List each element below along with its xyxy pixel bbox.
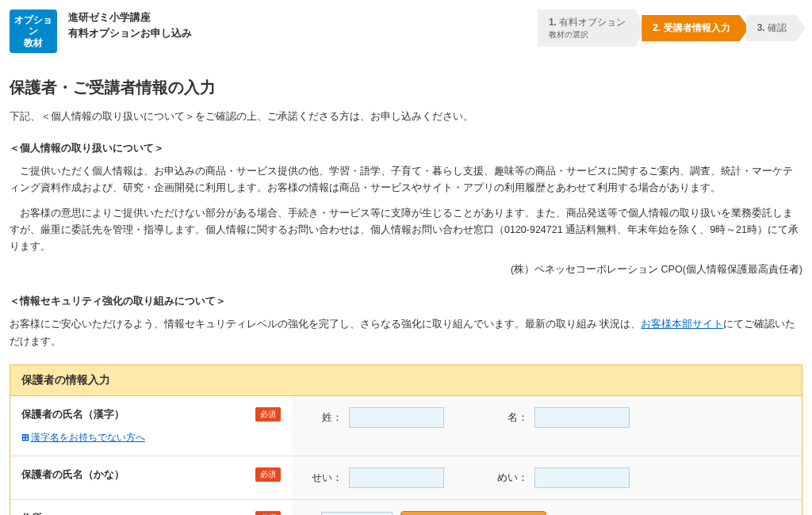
row-name-kana: 保護者の氏名（かな） 必須 せい： めい： (10, 456, 802, 500)
security-body: お客様にご安心いただけるよう、情報セキュリティレベルの強化を完了し、さらなる強化… (10, 316, 802, 350)
guardian-form: 保護者の情報入力 保護者の氏名（漢字） 必須 ⊞漢字名をお持ちでない方へ 姓： … (10, 364, 802, 515)
input-sei-kanji[interactable] (349, 407, 444, 428)
required-badge: 必須 (255, 511, 281, 515)
no-kanji-link[interactable]: ⊞漢字名をお持ちでない方へ (21, 431, 281, 444)
postal-lookup-button[interactable]: 郵便番号から住所を設定 (400, 511, 546, 515)
header-title: 進研ゼミ小学講座 有料オプションお申し込み (68, 10, 538, 40)
security-heading: ＜情報セキュリティ強化の取り組みについて＞ (10, 294, 802, 308)
step-2: 2. 受講者情報入力 (642, 15, 749, 41)
progress-steps: 1. 有料オプション 教材の選択 2. 受講者情報入力 3. 確認 (538, 10, 802, 47)
input-postal[interactable] (321, 512, 393, 515)
header: オプション 教材 進研ゼミ小学講座 有料オプションお申し込み 1. 有料オプショ… (10, 0, 802, 63)
required-badge: 必須 (255, 407, 281, 422)
label-name-kanji: 保護者の氏名（漢字） (21, 408, 124, 420)
logo-badge: オプション 教材 (10, 10, 57, 53)
privacy-body-2: お客様の意思によりご提供いただけない部分がある場合、手続き・サービス等に支障が生… (10, 205, 802, 256)
label-sei: 姓： (303, 410, 343, 425)
label-sei-kana: せい： (303, 471, 343, 485)
row-address: 住所 必須 ⊞都道府県から検索 ※「市町村合併」で住所表記変更予定のある方へ 旧… (10, 500, 802, 515)
label-mei-kana: めい： (488, 471, 528, 485)
label-name-kana: 保護者の氏名（かな） (21, 468, 124, 480)
input-sei-kana[interactable] (349, 467, 444, 488)
logo-line1: オプション (14, 14, 52, 36)
privacy-heading: ＜個人情報の取り扱いについて＞ (10, 141, 802, 155)
privacy-body-1: ご提供いただく個人情報は、お申込みの商品・サービス提供の他、学習・語学、子育て・… (10, 163, 802, 197)
page-title: 保護者・ご受講者情報の入力 (10, 77, 802, 98)
label-mei: 名： (488, 410, 528, 425)
input-mei-kana[interactable] (534, 467, 630, 488)
form-section-title: 保護者の情報入力 (10, 365, 802, 396)
intro-text: 下記、＜個人情報の取り扱いについて＞をご確認の上、ご承諾くださる方は、お申し込み… (10, 109, 802, 124)
logo-line2: 教材 (24, 37, 43, 48)
row-name-kanji: 保護者の氏名（漢字） 必須 ⊞漢字名をお持ちでない方へ 姓： 名： (10, 396, 802, 456)
step-3: 3. 確認 (746, 15, 806, 41)
step-1: 1. 有料オプション 教材の選択 (538, 10, 645, 47)
customer-hq-link[interactable]: お客様本部サイト (641, 319, 723, 330)
input-mei-kanji[interactable] (534, 407, 630, 428)
plus-icon: ⊞ (21, 432, 29, 443)
label-address: 住所 (21, 512, 42, 515)
required-badge: 必須 (255, 467, 281, 482)
privacy-signature: (株）ベネッセコーポレーション CPO(個人情報保護最高責任者) (10, 263, 802, 277)
